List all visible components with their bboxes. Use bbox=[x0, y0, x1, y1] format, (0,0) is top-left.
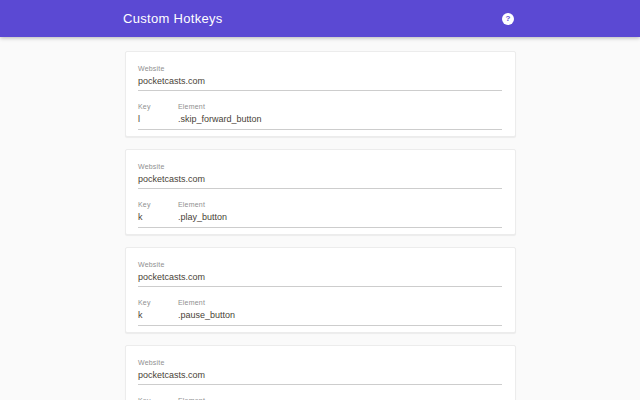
field-underline bbox=[138, 227, 502, 228]
element-input[interactable]: .play_button bbox=[178, 212, 502, 222]
element-label: Element bbox=[178, 201, 502, 209]
field-underline bbox=[138, 384, 502, 385]
hotkey-card: Website pocketcasts.com Key Element bbox=[125, 345, 516, 400]
question-mark-icon: ? bbox=[506, 15, 511, 23]
field-underline bbox=[138, 286, 502, 287]
element-input[interactable]: .pause_button bbox=[178, 310, 502, 320]
website-input[interactable]: pocketcasts.com bbox=[138, 174, 502, 184]
website-label: Website bbox=[138, 163, 502, 171]
hotkeys-list: Website pocketcasts.com Key l Element .s… bbox=[125, 37, 516, 400]
website-label: Website bbox=[138, 261, 502, 269]
page-title: Custom Hotkeys bbox=[123, 11, 223, 26]
website-input[interactable]: pocketcasts.com bbox=[138, 370, 502, 380]
key-label: Key bbox=[138, 201, 178, 209]
element-input[interactable]: .skip_forward_button bbox=[178, 114, 502, 124]
help-button[interactable]: ? bbox=[502, 13, 514, 25]
field-underline bbox=[138, 325, 502, 326]
key-input[interactable]: k bbox=[138, 212, 178, 222]
element-label: Element bbox=[178, 299, 502, 307]
key-input[interactable]: k bbox=[138, 310, 178, 320]
field-underline bbox=[138, 188, 502, 189]
element-label: Element bbox=[178, 103, 502, 111]
hotkey-card: Website pocketcasts.com Key l Element .s… bbox=[125, 51, 516, 137]
website-label: Website bbox=[138, 359, 502, 367]
website-label: Website bbox=[138, 65, 502, 73]
website-input[interactable]: pocketcasts.com bbox=[138, 272, 502, 282]
app-header: Custom Hotkeys ? bbox=[0, 0, 640, 37]
hotkey-card: Website pocketcasts.com Key k Element .p… bbox=[125, 247, 516, 333]
key-input[interactable]: l bbox=[138, 114, 178, 124]
key-label: Key bbox=[138, 299, 178, 307]
website-input[interactable]: pocketcasts.com bbox=[138, 76, 502, 86]
hotkey-card: Website pocketcasts.com Key k Element .p… bbox=[125, 149, 516, 235]
field-underline bbox=[138, 129, 502, 130]
key-label: Key bbox=[138, 103, 178, 111]
field-underline bbox=[138, 90, 502, 91]
